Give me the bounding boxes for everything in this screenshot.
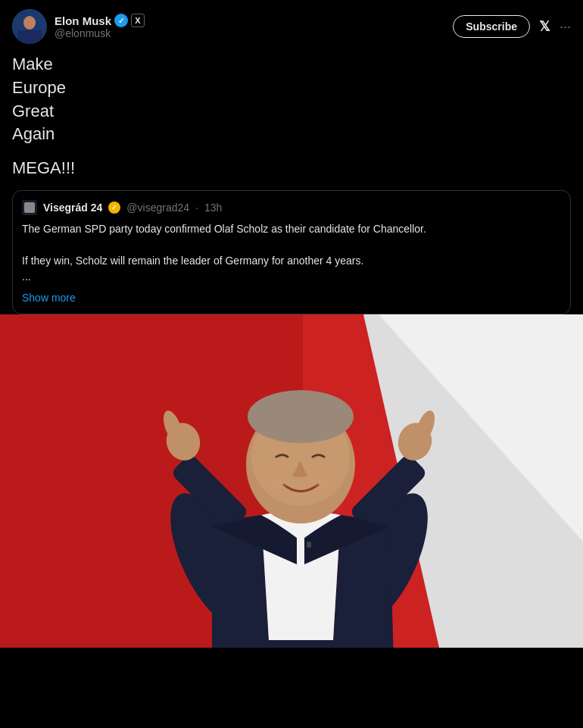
quoted-tweet: Visegrád 24 ✓ @visegrad24 · 13h The Germ… [12,190,571,314]
tweet-line-4: Again [12,123,571,146]
x-badge-text: X [135,16,140,25]
user-details: Elon Musk ✓ X @elonmusk [55,14,145,39]
mega-text: MEGA!!! [12,158,571,178]
tweet-container: Elon Musk ✓ X @elonmusk Subscribe 𝕏 ··· … [0,0,583,314]
quoted-ellipsis: ... [22,270,31,283]
tweet-line-1: Make [12,53,571,77]
avatar[interactable] [12,9,47,44]
tweet-header: Elon Musk ✓ X @elonmusk Subscribe 𝕏 ··· [12,9,571,44]
svg-rect-3 [17,30,42,44]
more-options-icon[interactable]: ··· [560,19,571,35]
x-platform-icon[interactable]: 𝕏 [539,18,550,35]
svg-point-21 [312,473,339,489]
display-name: Elon Musk [55,14,111,27]
verified-badge: ✓ [114,14,128,27]
tweet-line-3: Great [12,100,571,123]
quoted-text-line1: The German SPD party today confirmed Ola… [22,223,426,235]
x-badge: X [131,14,145,27]
tweet-line-2: Europe [12,77,571,100]
show-more-link[interactable]: Show more [22,292,76,304]
svg-rect-22 [307,542,311,548]
quoted-tweet-header: Visegrád 24 ✓ @visegrad24 · 13h [22,200,561,215]
quoted-verified-badge: ✓ [108,202,120,214]
username: @elonmusk [55,27,145,39]
verified-check-icon: ✓ [118,17,124,25]
svg-point-1 [23,16,36,30]
subscribe-button[interactable]: Subscribe [453,15,530,38]
svg-point-19 [248,390,354,443]
svg-point-20 [263,473,290,489]
quoted-time: 13h [204,202,222,214]
quoted-username: @visegrad24 [126,202,189,214]
quoted-verified-check-icon: ✓ [111,204,117,211]
quoted-separator: · [195,202,198,214]
tweet-image [0,314,583,648]
quoted-text-line2: If they win, Scholz will remain the lead… [22,255,363,267]
tweet-body-text: Make Europe Great Again [12,53,571,146]
quoted-tweet-text: The German SPD party today confirmed Ola… [22,221,561,285]
user-info-group: Elon Musk ✓ X @elonmusk [12,9,145,44]
header-actions: Subscribe 𝕏 ··· [453,15,571,38]
quoted-avatar [22,200,37,215]
name-row: Elon Musk ✓ X [55,14,145,27]
quoted-author-name: Visegrád 24 [43,202,102,214]
quoted-avatar-inner [24,202,35,213]
